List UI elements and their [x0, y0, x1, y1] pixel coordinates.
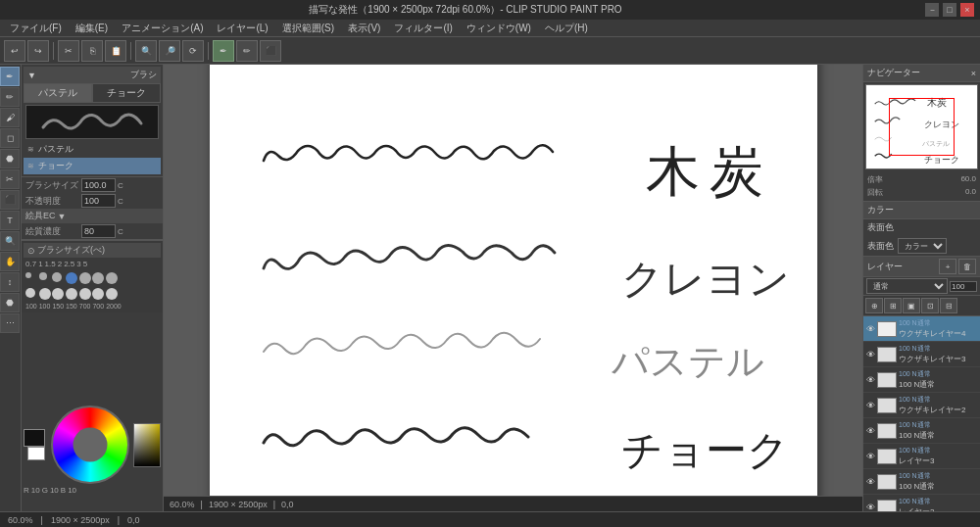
size-num-4: 2.5 [64, 260, 74, 268]
layer-vis-icon-1[interactable]: 👁 [866, 350, 875, 359]
canvas-area[interactable]: 木 炭 クレヨン パステル チョーク 60.0% | 1900 × [164, 65, 862, 511]
layer-vis-icon-2[interactable]: 👁 [866, 375, 875, 385]
color-square[interactable] [133, 423, 161, 467]
layer-item-7[interactable]: 👁 100 N通常 レイヤー3 [863, 495, 980, 511]
toolbar-zoom-in[interactable]: 🔍 [135, 40, 157, 62]
tool-extra[interactable]: ⋯ [0, 313, 20, 333]
size-dot-r2c2[interactable] [39, 288, 51, 300]
tool-lasso[interactable]: ✂ [0, 169, 20, 189]
layer-vis-icon-0[interactable]: 👁 [866, 324, 875, 334]
brush-list-item-1[interactable]: ≋ チョーク [24, 158, 161, 174]
menu-selection[interactable]: 選択範囲(S) [276, 21, 340, 36]
tool-zoom[interactable]: 🔍 [0, 231, 20, 251]
layer-item-5[interactable]: 👁 100 N通常 レイヤー3 [863, 444, 980, 469]
size-dot-r1c2[interactable] [39, 272, 47, 280]
thumbnail-area: 木炭 クレヨン パステル チョーク [865, 84, 978, 169]
tool-brush[interactable]: 🖌 [0, 108, 20, 127]
menu-animation[interactable]: アニメーション(A) [116, 21, 209, 36]
layer-item-6[interactable]: 👁 100 N通常 100 N通常 [863, 469, 980, 495]
color-mode-select[interactable]: カラー [898, 238, 947, 254]
tool-layer-move[interactable]: ⬣ [0, 293, 20, 312]
close-button[interactable]: × [960, 3, 974, 17]
toolbar-copy[interactable]: ⎘ [81, 40, 103, 62]
tool-hand[interactable]: ✋ [0, 252, 20, 271]
layer-blend-select[interactable]: 通常 [866, 278, 948, 294]
status-bar: 60.0% | 1900 × 2500px | 0,0 [0, 511, 980, 527]
layer-vis-icon-7[interactable]: 👁 [866, 503, 875, 512]
brush-tab-pastel[interactable]: パステル [24, 83, 92, 103]
layer-delete-btn[interactable]: 🗑 [958, 259, 976, 274]
menu-help[interactable]: ヘルプ(H) [539, 21, 594, 36]
tool-pen[interactable]: ✒ [0, 67, 20, 86]
color-value-b: B [61, 486, 66, 495]
layer-btn-3[interactable]: ▣ [903, 298, 920, 313]
menu-file[interactable]: ファイル(F) [4, 21, 68, 36]
layer-item-3[interactable]: 👁 100 N通常 ウクザキレイヤー2 [863, 393, 980, 418]
tool-eraser[interactable]: ◻ [0, 128, 20, 148]
background-color[interactable] [27, 447, 45, 460]
toolbar-cut[interactable]: ✂ [58, 40, 79, 62]
size-dot-r2c5[interactable] [79, 288, 91, 300]
toolbar-redo[interactable]: ↪ [27, 40, 49, 62]
maximize-button[interactable]: □ [943, 3, 956, 17]
menu-layer[interactable]: レイヤー(L) [211, 21, 273, 36]
layer-item-1[interactable]: 👁 100 N通常 ウクザキレイヤー3 [863, 342, 980, 367]
tool-fill[interactable]: ⬛ [0, 190, 20, 210]
layer-btn-2[interactable]: ⊞ [884, 298, 902, 313]
size-dot-r1c3[interactable] [52, 272, 62, 282]
toolbar-zoom-out[interactable]: 🔎 [159, 40, 180, 62]
layer-btn-1[interactable]: ⊕ [865, 298, 883, 313]
navigator-expand[interactable]: × [971, 69, 976, 78]
drawing-canvas[interactable]: 木 炭 クレヨン パステル チョーク [210, 65, 817, 511]
toolbar-paste[interactable]: 📋 [105, 40, 126, 62]
brush-panel-header[interactable]: ▼ ブラシ [24, 67, 161, 83]
size-dot-r2c6[interactable] [92, 288, 104, 300]
size-dot-r1c5[interactable] [79, 272, 91, 284]
brush-list-item-0[interactable]: ≋ パステル [24, 141, 161, 158]
brush-size-input[interactable] [81, 178, 116, 192]
color-wheel[interactable] [51, 406, 129, 484]
toolbar-fill[interactable]: ⬛ [260, 40, 281, 62]
toolbar-undo[interactable]: ↩ [4, 40, 25, 62]
tool-text[interactable]: T [0, 211, 20, 230]
brush-tab-chalk[interactable]: チョーク [92, 83, 161, 103]
layer-item-0[interactable]: 👁 100 N通常 ウクザキレイヤー4 [863, 316, 980, 342]
quality-header[interactable]: 絵具EC ▼ [22, 209, 163, 223]
size-dot-r2c7[interactable] [106, 288, 118, 300]
layer-add-btn[interactable]: + [939, 259, 956, 274]
size-dot-r2c1[interactable] [25, 288, 35, 298]
minimize-button[interactable]: － [925, 3, 939, 17]
size-dot-r1c1[interactable] [25, 272, 31, 278]
layer-mode-4: 100 N通常 [899, 420, 977, 430]
size-dot-r2c3[interactable] [52, 288, 64, 300]
menu-filter[interactable]: フィルター(I) [388, 21, 458, 36]
toolbar-pen[interactable]: ✒ [213, 40, 234, 62]
layer-item-4[interactable]: 👁 100 N通常 100 N通常 [863, 418, 980, 444]
menu-view[interactable]: 表示(V) [342, 21, 386, 36]
layer-item-2[interactable]: 👁 100 N通常 100 N通常 [863, 367, 980, 393]
tool-strip: ✒ ✏ 🖌 ◻ ⬣ ✂ ⬛ T 🔍 ✋ ↕ ⬣ ⋯ [0, 65, 22, 511]
size-dot-r1c4[interactable] [66, 272, 77, 284]
layer-vis-icon-4[interactable]: 👁 [866, 426, 875, 436]
menu-window[interactable]: ウィンドウ(W) [461, 21, 537, 36]
toolbar-brush2[interactable]: ✏ [236, 40, 258, 62]
layer-vis-icon-3[interactable]: 👁 [866, 401, 875, 410]
layer-vis-icon-5[interactable]: 👁 [866, 452, 875, 461]
toolbar-rotate[interactable]: ⟳ [182, 40, 204, 62]
opacity-input[interactable] [81, 194, 116, 208]
layer-opacity-input[interactable] [950, 281, 977, 292]
window-controls: － □ × [925, 3, 974, 17]
size-dot-r1c6[interactable] [92, 272, 104, 284]
size-dot-r2c4[interactable] [66, 288, 77, 300]
grinding-input[interactable] [81, 224, 116, 238]
menu-edit[interactable]: 編集(E) [70, 21, 114, 36]
foreground-color[interactable] [24, 429, 45, 447]
brush-size-picker-header[interactable]: ⊙ ブラシサイズ(べ) [24, 243, 161, 258]
layer-btn-4[interactable]: ⊡ [921, 298, 939, 313]
layer-vis-icon-6[interactable]: 👁 [866, 477, 875, 487]
tool-selection[interactable]: ⬣ [0, 149, 20, 168]
tool-transform[interactable]: ↕ [0, 272, 20, 292]
size-dot-r1c7[interactable] [106, 272, 118, 284]
tool-pencil[interactable]: ✏ [0, 87, 20, 107]
layer-btn-5[interactable]: ⊟ [940, 298, 957, 313]
